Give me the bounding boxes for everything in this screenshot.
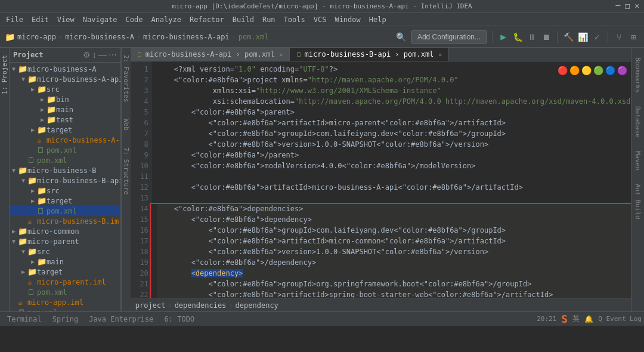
editor-tab-micro-business-A-api[interactable]: 🗒micro-business-A-api › pom.xml✕ [131, 48, 290, 61]
favorites-vertical-tab[interactable]: 2: Favorites [121, 53, 131, 104]
editor-tab-micro-business-B-api[interactable]: 🗒micro-business-B-api › pom.xml✕ [290, 48, 449, 61]
code-line-22[interactable]: <"color:#e8bf6a">artifactId>spring-boot-… [157, 289, 639, 298]
micro-business-a-api-label[interactable]: micro-business-A-api [143, 33, 230, 41]
code-line-13[interactable] [157, 193, 639, 203]
minimize-btn[interactable]: ─ [616, 1, 621, 10]
debug-btn[interactable]: 🐛 [512, 31, 524, 43]
right-panel-database[interactable]: Database [632, 101, 643, 143]
pom-xml-label[interactable]: pom.xml [239, 33, 269, 41]
code-line-6[interactable]: <"color:#e8bf6a">artifactId>micro-parent… [157, 118, 639, 128]
tree-node-src-b[interactable]: ▶📁src [10, 186, 120, 196]
tree-node-pom-micro[interactable]: 🗒pom.xml [10, 155, 120, 165]
code-line-19[interactable]: <"color:#e8bf6a">/dependency> [157, 257, 639, 268]
sidebar-gear-btn[interactable]: ⚙ [83, 50, 91, 60]
code-line-5[interactable]: <"color:#e8bf6a">parent> [157, 107, 639, 118]
stop-btn[interactable]: ⏹ [540, 31, 552, 43]
tree-node-target-p[interactable]: ▶📁target [10, 267, 120, 277]
right-panel-maven[interactable]: Maven [632, 146, 643, 175]
menu-item-code[interactable]: Code [122, 14, 147, 25]
code-line-21[interactable]: <"color:#e8bf6a">groupId>org.springframe… [157, 279, 639, 289]
project-dropdown[interactable]: micro-app [17, 33, 56, 41]
menu-item-vcs[interactable]: VCS [310, 14, 330, 25]
structure-vertical-tab[interactable]: 7: Structure [121, 145, 131, 197]
tree-node-pom-b[interactable]: 🗒pom.xml [10, 206, 120, 216]
tree-node-src-a[interactable]: ▶📁src [10, 84, 120, 94]
web-vertical-tab[interactable]: Web [121, 116, 131, 133]
tree-node-bin-a[interactable]: ▶📁bin [10, 94, 120, 104]
code-line-20[interactable]: <dependency> [157, 268, 639, 279]
code-line-8[interactable]: <"color:#e8bf6a">version>1.0.0-SNAPSHOT<… [157, 139, 639, 150]
tree-node-main-p[interactable]: ▶📁main [10, 257, 120, 267]
event-log-btn[interactable]: Q Event Log [598, 315, 642, 323]
right-panel-bookmarks[interactable]: Bookmarks [632, 53, 643, 98]
code-content[interactable]: <?xml version="1.0" encoding="UTF-8"?> <… [152, 61, 644, 298]
bottom-tab-Java-Enterprise[interactable]: Java Enterprise [84, 314, 158, 325]
tree-node-micro-business-b-api[interactable]: ▼📁micro-business-B-api [10, 175, 120, 186]
browser-icon-5[interactable]: 🟣 [617, 66, 627, 75]
code-line-12[interactable]: <"color:#e8bf6a">artifactId>micro-busine… [157, 182, 639, 193]
menu-item-help[interactable]: Help [366, 14, 390, 25]
code-line-10[interactable]: <"color:#e8bf6a">modelVersion>4.0.0<"col… [157, 160, 639, 171]
code-line-3[interactable]: xmlns:xsi="http://www.w3.org/2001/XMLSch… [157, 85, 639, 96]
code-line-4[interactable]: xsi:schemaLocation="http://maven.apache.… [157, 96, 639, 107]
code-line-9[interactable]: <"color:#e8bf6a">/parent> [157, 150, 639, 160]
code-line-17[interactable]: <"color:#e8bf6a">artifactId>micro-common… [157, 236, 639, 246]
menu-item-build[interactable]: Build [229, 14, 258, 25]
tree-node-target-b[interactable]: ▶📁target [10, 196, 120, 206]
browser-icon-1[interactable]: 🟠 [569, 66, 580, 75]
sidebar-more-btn[interactable]: ⋯ [109, 50, 117, 60]
tree-node-pom-p[interactable]: 🗒pom.xml [10, 287, 120, 297]
menu-item-tools[interactable]: Tools [280, 14, 309, 25]
tree-node-micro-common[interactable]: ▶📁micro-common [10, 226, 120, 236]
tree-node-src-p[interactable]: ▼📁src [10, 246, 120, 257]
add-configuration-btn[interactable]: Add Configuration... [411, 30, 487, 44]
bottom-tab-Spring[interactable]: Spring [48, 314, 83, 325]
code-line-11[interactable] [157, 171, 639, 182]
bottom-tab-Terminal[interactable]: Terminal [2, 314, 47, 325]
bottom-tab-6--TODO[interactable]: 6: TODO [160, 314, 200, 325]
tree-node-micro-business-b[interactable]: ▼📁micro-business-B [10, 165, 120, 175]
tab-close-btn[interactable]: ✕ [438, 51, 442, 58]
menu-item-edit[interactable]: Edit [28, 14, 52, 25]
tree-node-main-a[interactable]: ▶📁main [10, 104, 120, 115]
tree-node-iml-p[interactable]: ☕micro-parent.iml [10, 277, 120, 287]
browser-icon-4[interactable]: 🔵 [605, 66, 615, 75]
tree-node-pom-root[interactable]: 🗒pom.xml [10, 307, 120, 311]
tree-node-iml-b[interactable]: ☕micro-business-B.iml [10, 216, 120, 226]
browser-icon-0[interactable]: 🔴 [558, 66, 568, 75]
sidebar-sort-btn[interactable]: ↕ [92, 50, 97, 60]
menu-item-view[interactable]: View [54, 14, 78, 25]
code-line-15[interactable]: <"color:#e8bf6a">dependency> [157, 214, 639, 225]
breadcrumb-dependencies[interactable]: dependencies [175, 301, 227, 310]
tree-node-micro-app-iml[interactable]: ☕micro-app.iml [10, 297, 120, 307]
menu-item-analyze[interactable]: Analyze [147, 14, 185, 25]
profile-btn[interactable]: 📊 [577, 31, 589, 43]
micro-business-a-label[interactable]: micro-business-A [65, 33, 134, 41]
language-indicator[interactable]: 英 [572, 314, 580, 324]
menu-item-refactor[interactable]: Refactor [186, 14, 228, 25]
maximize-btn[interactable]: □ [625, 1, 630, 10]
suanfa-icon[interactable]: S [561, 313, 568, 325]
tree-node-micro-business-a-api[interactable]: ▼📁micro-business-A-api [10, 74, 120, 84]
tree-node-micro-parent[interactable]: ▼📁micro-parent [10, 236, 120, 246]
terminal-btn[interactable]: ⊞ [627, 31, 639, 43]
close-btn[interactable]: ✕ [634, 1, 639, 10]
menu-item-run[interactable]: Run [259, 14, 279, 25]
tree-node-pom-a[interactable]: 🗒pom.xml [10, 145, 120, 155]
tree-node-iml-a[interactable]: ☕micro-business-A-api.iml [10, 135, 120, 145]
pause-btn[interactable]: ⏸ [526, 31, 538, 43]
run-btn[interactable]: ▶ [497, 31, 509, 43]
code-area[interactable]: 1234567891011121314151617181920212223242… [131, 61, 644, 298]
menu-item-navigate[interactable]: Navigate [79, 14, 121, 25]
coverage-btn[interactable]: ✓ [591, 31, 603, 43]
code-line-18[interactable]: <"color:#e8bf6a">version>1.0.0-SNAPSHOT<… [157, 246, 639, 257]
browser-icon-3[interactable]: 🟢 [593, 66, 603, 75]
browser-icon-2[interactable]: 🟡 [581, 66, 592, 75]
sidebar-collapse-btn[interactable]: — [98, 50, 107, 60]
tree-node-test-a[interactable]: ▶📁test [10, 115, 120, 125]
tree-node-micro-business-a[interactable]: ▼📁micro-business-A [10, 64, 120, 74]
breadcrumb-project[interactable]: project [135, 301, 166, 310]
breadcrumb-dependency[interactable]: dependency [236, 301, 278, 310]
tree-node-target-a[interactable]: ▶📁target [10, 125, 120, 135]
git-btn[interactable]: ⑂ [613, 31, 625, 43]
